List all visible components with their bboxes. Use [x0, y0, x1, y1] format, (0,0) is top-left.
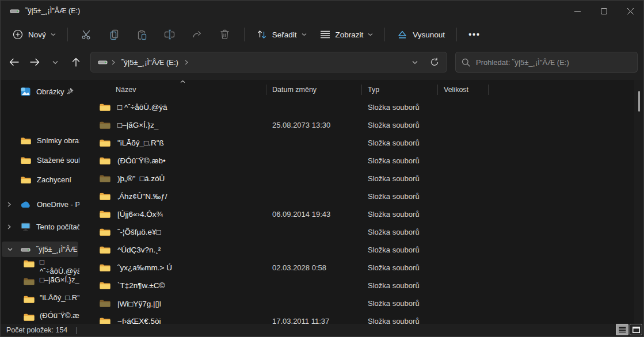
folder-icon	[100, 103, 110, 112]
address-bar[interactable]: ˜ÿ|5±_¸¡Ì"ÂÆ (E:)	[90, 52, 447, 72]
sidebar-drive-child[interactable]: □–|ãG×Í.}z_	[1, 275, 79, 293]
file-name-cell: `T‡2n¶w.±C©	[81, 281, 266, 290]
plus-circle-icon	[12, 29, 24, 40]
recent-locations-button[interactable]	[45, 52, 65, 72]
view-button[interactable]: Zobrazit	[314, 25, 379, 44]
sidebar-item-screenshots[interactable]: Snímky obrazov	[2, 133, 78, 148]
file-row[interactable]: ˆ-¦Õšfµö.e¥□Složka souborů	[81, 223, 643, 241]
file-list-area: Název Datum změny Typ Velikost	[79, 80, 643, 324]
titlebar-left: ˜ÿ|5±_¸¡Ì"ÂÆ (E:)	[10, 7, 80, 15]
eject-icon	[397, 29, 408, 40]
sidebar-item-label: Snímky obrazov	[37, 136, 79, 145]
file-row[interactable]: `T‡2n¶w.±C©Složka souborů	[81, 277, 643, 294]
file-name-label: ˆyx¿a‰mm.> Ú	[117, 263, 172, 272]
toolbar-separator	[244, 28, 245, 41]
sidebar-item-captures[interactable]: Zachycení	[2, 172, 78, 187]
file-name-cell: |Wi□Yÿ7g.|▯l	[81, 299, 266, 308]
close-button[interactable]	[617, 1, 643, 21]
file-name-cell: "iLĀõý_□.R"ß	[81, 139, 266, 147]
file-row[interactable]: □–|ãG×Í.}z_25.08.2073 13:30Složka soubor…	[81, 116, 643, 134]
breadcrumb-chevron-icon[interactable]	[183, 60, 190, 65]
file-name-cell: □ ^ˆ÷åôÙ.@ÿâ	[81, 103, 266, 112]
back-button[interactable]	[4, 52, 24, 72]
delete-button[interactable]	[212, 25, 238, 44]
sidebar-item-downloads[interactable]: Stažené soubor	[2, 152, 78, 168]
sidebar-item-drive-e[interactable]: ˜ÿ|5±_¸¡Ì"ÂÆ (E:)	[2, 242, 78, 257]
sidebar-child-line1: "iLĀõý_□.R"ß	[40, 293, 79, 302]
folder-icon	[100, 210, 110, 219]
sort-button-label: Seřadit	[272, 30, 297, 39]
sidebar-drive-child[interactable]: □^ˆ÷åôÙ.@ÿâ	[1, 258, 79, 275]
breadcrumb-drive[interactable]: ˜ÿ|5±_¸¡Ì"ÂÆ (E:)	[119, 58, 181, 67]
column-header-type[interactable]: Typ	[362, 81, 438, 98]
onedrive-icon	[21, 201, 31, 208]
search-input[interactable]	[476, 58, 631, 67]
file-row[interactable]: □ ^ˆ÷åôÙ.@ÿâSložka souborů	[81, 98, 643, 116]
rename-button[interactable]	[157, 25, 183, 44]
sidebar-gap	[1, 100, 79, 132]
new-button-label: Nový	[28, 30, 46, 39]
file-row[interactable]: )þ„®" □á.zóÛSložka souborů	[81, 170, 643, 187]
eject-button[interactable]: Vysunout	[391, 25, 451, 44]
sidebar-item-pictures[interactable]: Obrázky	[2, 84, 78, 99]
file-row[interactable]: ^ÚdÇ3v?n.¸²Složka souborů	[81, 241, 643, 259]
file-explorer-window: ˜ÿ|5±_¸¡Ì"ÂÆ (E:) Nový	[0, 0, 644, 337]
sidebar-item-this-pc[interactable]: Tento počítač	[2, 219, 78, 235]
paste-icon	[136, 29, 148, 40]
file-row[interactable]: "iLĀõý_□.R"ßSložka souborů	[81, 134, 643, 152]
chevron-down-icon	[302, 33, 307, 36]
folder-icon	[100, 156, 110, 165]
folder-icon	[100, 192, 110, 201]
address-dropdown-button[interactable]	[406, 53, 424, 71]
file-type: Složka souborů	[362, 228, 438, 236]
file-type: Složka souborů	[362, 263, 438, 272]
vertical-scrollbar[interactable]	[634, 80, 643, 324]
explorer-body: Obrázky Snímky obrazov Stažené soubor Za…	[1, 80, 643, 324]
new-button[interactable]: Nový	[6, 25, 62, 44]
file-row[interactable]: ‚Áhz¢Û"N.‰ƒ/Složka souborů	[81, 187, 643, 205]
copy-button[interactable]	[101, 25, 128, 44]
window-title: ˜ÿ|5±_¸¡Ì"ÂÆ (E:)	[25, 7, 80, 15]
file-name-label: ~f›áŒX€.5òi	[117, 317, 161, 324]
sort-arrows-icon	[256, 29, 268, 40]
file-name-cell: ‚Áhz¢Û"N.‰ƒ/	[81, 192, 266, 201]
file-row[interactable]: (ĐÓû¨Ÿ©.æb•Složka souborů	[81, 152, 643, 170]
file-rows: □ ^ˆ÷åôÙ.@ÿâSložka souborů□–|ãG×Í.}z_25.…	[81, 98, 643, 324]
paste-button[interactable]	[129, 25, 155, 44]
details-view-button[interactable]	[616, 324, 628, 335]
sidebar-drive-child[interactable]: (ĐÓû¨Ÿ©.æb•	[1, 311, 79, 324]
sidebar-item-onedrive[interactable]: OneDrive - Perso	[2, 197, 78, 212]
folder-icon	[100, 317, 110, 324]
file-row[interactable]: |Wi□Yÿ7g.|▯lSložka souborů	[81, 294, 643, 312]
copy-icon	[109, 29, 120, 40]
forward-button[interactable]	[25, 52, 44, 72]
file-type: Složka souborů	[362, 156, 438, 165]
large-icons-view-button[interactable]	[630, 324, 642, 335]
chevron-down-icon[interactable]	[7, 248, 14, 251]
column-header-size[interactable]: Velikost	[438, 81, 489, 98]
cut-button[interactable]	[74, 25, 100, 44]
file-row[interactable]: ˆyx¿a‰mm.> Ú02.03.2028 0:58Složka soubor…	[81, 259, 643, 277]
file-name-label: □–|ãG×Í.}z_	[117, 121, 158, 129]
up-button[interactable]	[66, 52, 86, 72]
refresh-button[interactable]	[426, 53, 443, 71]
maximize-button[interactable]	[590, 1, 617, 21]
sidebar-drive-child[interactable]: "iLĀõý_□.R"ß	[1, 293, 79, 311]
column-header-name[interactable]: Název	[81, 81, 266, 98]
more-options-button[interactable]: •••	[463, 26, 486, 43]
column-header-date[interactable]: Datum změny	[266, 81, 362, 98]
share-button[interactable]	[184, 25, 211, 44]
file-name-label: )þ„®" □á.zóÛ	[117, 174, 165, 183]
folder-icon	[24, 311, 35, 321]
file-row[interactable]: [Újj6«›4.Óx¾06.09.2014 19:43Složka soubo…	[81, 205, 643, 223]
column-header-blank	[489, 81, 643, 98]
file-name-cell: [Újj6«›4.Óx¾	[81, 210, 266, 219]
status-separator: |	[75, 326, 77, 334]
file-row[interactable]: ~f›áŒX€.5òi17.03.2011 11:37Složka soubor…	[81, 312, 643, 324]
chevron-right-icon[interactable]	[7, 202, 14, 207]
minimize-button[interactable]	[564, 1, 590, 21]
toolbar: Nový Seřadit Zobrazit	[1, 21, 643, 48]
scrollbar-thumb[interactable]	[638, 91, 640, 112]
chevron-right-icon[interactable]	[7, 224, 14, 229]
sort-button[interactable]: Seřadit	[250, 25, 313, 44]
